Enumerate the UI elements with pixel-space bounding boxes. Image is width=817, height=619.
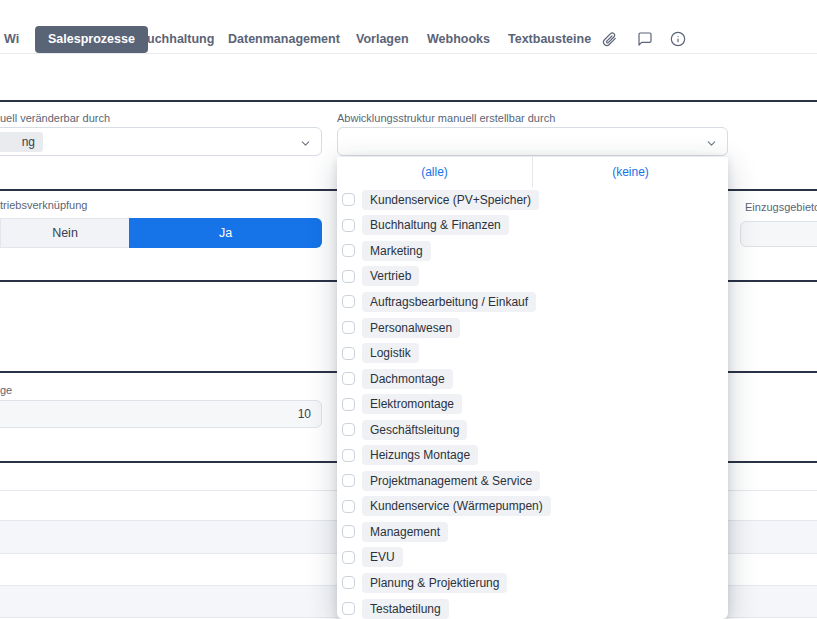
list-item-label: Heizungs Montage [362, 445, 478, 465]
select-all-button[interactable]: (alle) [337, 157, 532, 187]
list-item-label: Management [362, 522, 448, 542]
list-item[interactable]: Buchhaltung & Finanzen [337, 213, 728, 239]
toggle-ja-button[interactable]: Ja [129, 218, 322, 248]
list-item[interactable]: Dachmontage [337, 366, 728, 392]
list-item[interactable]: Auftragsbearbeitung / Einkauf [337, 289, 728, 315]
checkbox[interactable] [342, 193, 355, 206]
editable-by-select[interactable]: ng [0, 127, 322, 156]
list-item[interactable]: Management [337, 519, 728, 545]
section-divider [0, 100, 817, 102]
list-item-label: Personalwesen [362, 318, 460, 338]
checkbox[interactable] [342, 219, 355, 232]
checkbox[interactable] [342, 500, 355, 513]
checkbox[interactable] [342, 525, 355, 538]
checkbox[interactable] [342, 295, 355, 308]
chevron-down-icon [299, 136, 312, 149]
checkbox[interactable] [342, 449, 355, 462]
einzugsgebiet-input[interactable] [740, 221, 817, 247]
list-item[interactable]: EVU [337, 545, 728, 571]
list-item[interactable]: Planung & Projektierung [337, 570, 728, 596]
app-root: { "header": { "tabs": [ { "label": "Wi",… [0, 0, 817, 619]
tab-datenmanagement[interactable]: Datenmanagement [228, 32, 340, 46]
paperclip-icon[interactable] [601, 31, 617, 47]
checkbox[interactable] [342, 270, 355, 283]
multiselect-dropdown-panel: (alle) (keine) Kundenservice (PV+Speiche… [337, 157, 728, 619]
list-item-label: Logistik [362, 343, 419, 363]
chevron-down-icon [705, 136, 718, 149]
tab-webhooks[interactable]: Webhooks [427, 32, 490, 46]
chat-icon[interactable] [637, 31, 653, 47]
checkbox[interactable] [342, 474, 355, 487]
info-icon[interactable] [670, 31, 686, 47]
dropdown-list: Kundenservice (PV+Speicher) Buchhaltung … [337, 187, 728, 619]
list-item[interactable]: Heizungs Montage [337, 442, 728, 468]
checkbox[interactable] [342, 551, 355, 564]
list-item[interactable]: Projektmanagement & Service [337, 468, 728, 494]
selected-value-chip: ng [0, 132, 43, 152]
einzugsgebiet-label: Einzugsgebietcheck [745, 201, 817, 213]
checkbox[interactable] [342, 398, 355, 411]
vertrieb-label: triebsverknüpfung [0, 199, 87, 211]
checkbox[interactable] [342, 372, 355, 385]
list-item-label: Kundenservice (Wärmepumpen) [362, 496, 551, 516]
tab-textbausteine[interactable]: Textbausteine [508, 32, 591, 46]
list-item-label: Testabetilung [362, 599, 449, 619]
list-item-label: EVU [362, 547, 403, 567]
list-item[interactable]: Elektromontage [337, 391, 728, 417]
list-item[interactable]: Marketing [337, 238, 728, 264]
tab-buchhaltung[interactable]: Buchhaltung [138, 32, 214, 46]
list-item[interactable]: Testabetilung [337, 596, 728, 619]
tab-wi[interactable]: Wi [4, 32, 19, 46]
list-item-label: Kundenservice (PV+Speicher) [362, 190, 539, 210]
tage-input[interactable]: 10 [0, 400, 322, 428]
abwicklung-label: Abwicklungsstruktur manuell erstellbar d… [337, 112, 555, 124]
list-item-label: Marketing [362, 241, 431, 261]
list-item-label: Geschäftsleitung [362, 420, 467, 440]
checkbox[interactable] [342, 244, 355, 257]
list-item-label: Elektromontage [362, 394, 462, 414]
abwicklung-select[interactable] [337, 127, 728, 156]
editable-by-label: uell veränderbar durch [0, 112, 110, 124]
checkbox[interactable] [342, 576, 355, 589]
list-item-label: Dachmontage [362, 369, 453, 389]
list-item-label: Planung & Projektierung [362, 573, 507, 593]
checkbox[interactable] [342, 423, 355, 436]
tab-salesprozesse[interactable]: Salesprozesse [35, 26, 148, 53]
list-item-label: Auftragsbearbeitung / Einkauf [362, 292, 536, 312]
list-item[interactable]: Kundenservice (Wärmepumpen) [337, 494, 728, 520]
tab-bar: Wi Salesprozesse Buchhaltung Datenmanage… [0, 0, 817, 54]
list-item[interactable]: Kundenservice (PV+Speicher) [337, 187, 728, 213]
checkbox[interactable] [342, 321, 355, 334]
tage-label: ge [0, 384, 12, 396]
list-item-label: Projektmanagement & Service [362, 471, 540, 491]
checkbox[interactable] [342, 602, 355, 615]
list-item[interactable]: Vertrieb [337, 264, 728, 290]
list-item-label: Vertrieb [362, 266, 419, 286]
list-item[interactable]: Geschäftsleitung [337, 417, 728, 443]
list-item[interactable]: Personalwesen [337, 315, 728, 341]
list-item[interactable]: Logistik [337, 340, 728, 366]
dropdown-header: (alle) (keine) [337, 157, 728, 187]
select-none-button[interactable]: (keine) [533, 157, 728, 187]
checkbox[interactable] [342, 347, 355, 360]
list-item-label: Buchhaltung & Finanzen [362, 215, 509, 235]
tab-vorlagen[interactable]: Vorlagen [356, 32, 409, 46]
toggle-nein-button[interactable]: Nein [0, 218, 129, 248]
